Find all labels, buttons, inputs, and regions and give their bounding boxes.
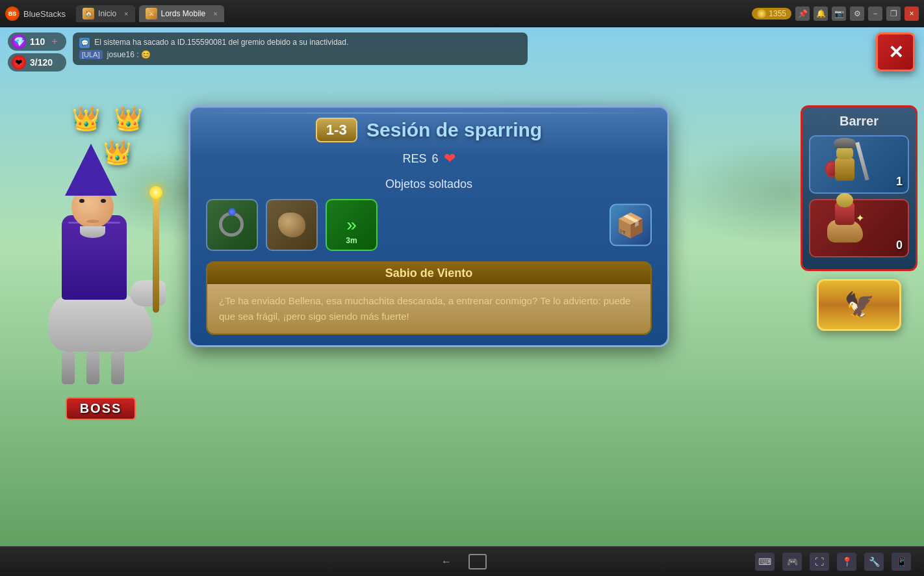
back-arrow-icon[interactable]: ← xyxy=(437,553,456,571)
tab-lords-label: Lords Mobile xyxy=(161,9,206,18)
wizard-hat xyxy=(65,144,117,196)
staff-light xyxy=(149,186,162,199)
boss-label: BOSS xyxy=(66,397,136,420)
stone-item[interactable] xyxy=(266,199,318,251)
minimize-button[interactable]: − xyxy=(868,7,882,21)
gem-icon: 💎 xyxy=(12,34,26,49)
main-panel: 1-3 Sesión de sparring RES 6 ❤ Objetos s… xyxy=(188,105,669,347)
chest-item[interactable]: 📦 xyxy=(610,204,652,246)
gamepad-icon[interactable]: 🎮 xyxy=(782,553,802,571)
panel-res: RES 6 ❤ xyxy=(206,150,652,167)
game-tab-icon: ⚔ xyxy=(146,8,157,20)
cavalry-art: ✦ xyxy=(822,209,867,248)
panel-title: 1-3 Sesión de sparring xyxy=(206,118,652,142)
cav-head xyxy=(836,193,853,207)
stone-icon xyxy=(278,213,305,237)
sabio-header: Sabio de Viento xyxy=(207,263,650,284)
sabio-text: ¿Te ha enviado Bellena, esa muchachita d… xyxy=(207,284,650,334)
chat-line-2: [ULA] josue16 : 😊 xyxy=(79,49,521,61)
tab-close-icon[interactable]: × xyxy=(124,10,128,18)
boss-crowns: 👑 👑 xyxy=(71,105,143,133)
wizard-figure xyxy=(29,170,172,391)
horse-leg-1 xyxy=(62,352,75,384)
crown-1: 👑 xyxy=(71,105,101,133)
pin-icon[interactable]: 📌 xyxy=(795,7,810,21)
gem-stat: 💎 110 + xyxy=(8,33,66,51)
location-icon[interactable]: 📍 xyxy=(837,553,856,571)
ring-gem xyxy=(228,208,236,216)
crown-2: 👑 xyxy=(114,105,143,133)
restore-button[interactable]: ❐ xyxy=(886,7,901,21)
tab-inicio[interactable]: 🏠 Inicio × xyxy=(76,5,135,22)
barrer-box: Barrer 1 xyxy=(801,105,918,271)
res-label: RES xyxy=(402,152,426,166)
keyboard-icon[interactable]: ⌨ xyxy=(755,553,775,571)
chat-line-1: 💬 El sistema ha sacado a ID.155590081 de… xyxy=(79,36,521,49)
plus-icon[interactable]: + xyxy=(51,36,57,47)
guild-badge: [ULA] xyxy=(79,50,103,59)
right-panel: Barrer 1 xyxy=(801,105,918,331)
barrer-unit-1[interactable]: 1 xyxy=(809,135,909,194)
tab-lords-mobile[interactable]: ⚔ Lords Mobile × xyxy=(139,5,224,22)
dropped-items-title: Objetos soltados xyxy=(206,177,652,191)
bottom-taskbar: ← ⌨ 🎮 ⛶ 📍 🔧 📱 xyxy=(0,546,924,576)
horse-leg-2 xyxy=(86,352,99,384)
boss-character: 👑 👑 👑 xyxy=(19,105,182,463)
gold-action-button[interactable]: 🦅 xyxy=(817,279,901,331)
res-heart-icon: ❤ xyxy=(444,150,456,167)
warrior-body xyxy=(835,158,854,181)
sparkle-icon: ✦ xyxy=(856,212,864,224)
bottom-right-icons: ⌨ 🎮 ⛶ 📍 🔧 📱 xyxy=(755,553,911,571)
warrior-helmet xyxy=(834,138,856,148)
hud-stats: 💎 110 + ❤ 3/120 xyxy=(8,33,66,72)
wizard-staff xyxy=(153,196,159,313)
home-square xyxy=(468,554,487,569)
time-icon: » xyxy=(346,215,357,235)
items-row: » 3m 📦 xyxy=(206,199,652,251)
arrow-double-icon: » xyxy=(346,215,357,235)
chat-icon: 💬 xyxy=(79,38,90,48)
barrer-unit-2-count: 0 xyxy=(896,239,903,252)
tool-icon[interactable]: 🔧 xyxy=(864,553,884,571)
warrior-spear xyxy=(855,142,869,181)
horse-leg-3 xyxy=(111,352,124,384)
title-bar: BS BlueStacks 🏠 Inicio × ⚔ Lords Mobile … xyxy=(0,0,924,27)
ring-icon xyxy=(219,212,245,238)
barrer-title: Barrer xyxy=(809,114,909,129)
barrer-unit-2[interactable]: ✦ 0 xyxy=(809,199,909,257)
griffin-icon: 🦅 xyxy=(844,291,875,319)
home-icon[interactable] xyxy=(468,553,487,571)
health-stat: ❤ 3/120 xyxy=(8,53,66,72)
coin-value: 1355 xyxy=(769,9,786,18)
health-value: 3/120 xyxy=(30,57,53,68)
ring-item[interactable] xyxy=(206,199,258,251)
top-hud: 💎 110 + ❤ 3/120 💬 El sistema ha sacado a… xyxy=(0,27,924,105)
camera-icon[interactable]: 📷 xyxy=(832,7,846,21)
time-label: 3m xyxy=(346,236,357,245)
close-game-button[interactable]: ✕ xyxy=(876,33,915,72)
chat-panel: 💬 El sistema ha sacado a ID.155590081 de… xyxy=(73,33,528,65)
res-value: 6 xyxy=(432,152,439,166)
fullscreen-icon[interactable]: ⛶ xyxy=(810,553,829,571)
heart-icon: ❤ xyxy=(12,55,26,70)
tab-game-close-icon[interactable]: × xyxy=(213,10,217,18)
sabio-dialog: Sabio de Viento ¿Te ha enviado Bellena, … xyxy=(206,261,652,335)
crown-row-top: 👑 👑 xyxy=(71,105,143,133)
warrior-art xyxy=(822,145,867,184)
bell-icon[interactable]: 🔔 xyxy=(814,7,828,21)
horse-head xyxy=(130,280,166,306)
app-name: BlueStacks xyxy=(23,9,66,19)
gem-value: 110 xyxy=(30,36,45,47)
barrer-unit-1-count: 1 xyxy=(896,175,903,189)
time-item[interactable]: » 3m xyxy=(326,199,378,251)
level-badge: 1-3 xyxy=(316,118,357,142)
coin-icon xyxy=(757,9,766,18)
warrior-icon xyxy=(815,142,874,187)
bluestacks-logo: BS xyxy=(5,7,19,21)
home-tab-icon: 🏠 xyxy=(83,8,94,20)
phone-icon[interactable]: 📱 xyxy=(892,553,911,571)
game-area: 💎 110 + ❤ 3/120 💬 El sistema ha sacado a… xyxy=(0,27,924,576)
settings-icon[interactable]: ⚙ xyxy=(850,7,864,21)
window-controls: 📌 🔔 📷 ⚙ − ❐ × xyxy=(795,7,919,21)
close-button[interactable]: × xyxy=(905,7,919,21)
